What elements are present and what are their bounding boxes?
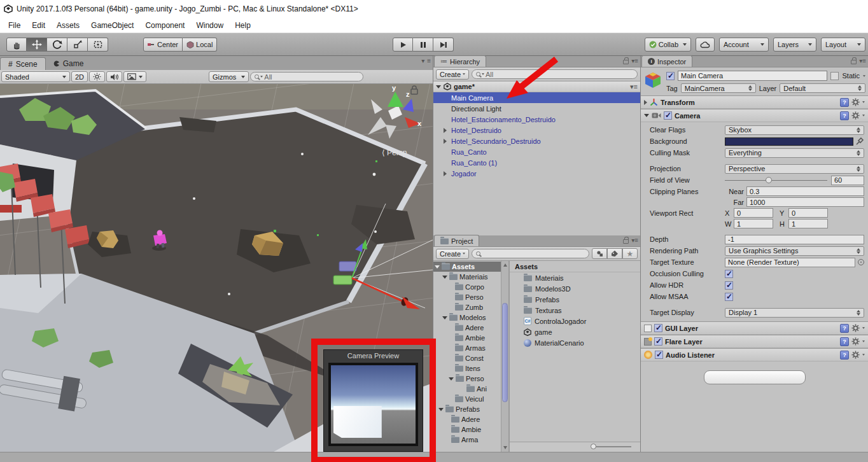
tree-item[interactable]: Const (433, 353, 501, 363)
hierarchy-item-rua-canto[interactable]: Rua_Canto (433, 146, 640, 157)
tree-item[interactable]: Ambie (433, 424, 501, 435)
tree-item-assets[interactable]: Assets (433, 262, 501, 272)
step-button[interactable] (433, 38, 454, 52)
foldout-arrow-icon[interactable] (644, 100, 647, 105)
2d-toggle-button[interactable]: 2D (71, 71, 88, 82)
foldout-arrow-icon[interactable] (644, 114, 649, 117)
lock-icon[interactable] (623, 239, 629, 244)
menu-help[interactable]: Help (229, 19, 256, 32)
pivot-center-button[interactable]: Center (143, 38, 183, 52)
tree-item[interactable]: Armas (433, 343, 501, 353)
far-clip-field[interactable]: 1000 (746, 197, 864, 207)
near-clip-field[interactable]: 0.3 (746, 186, 864, 196)
camera-component-header[interactable]: Camera ? (641, 109, 868, 122)
add-component-button[interactable] (704, 370, 806, 384)
scene-panel-menu[interactable]: ▾≡ (421, 57, 431, 64)
scene-root-menu[interactable]: ▾≡ (630, 83, 638, 91)
hierarchy-item-hotel-estacionamento[interactable]: Hotel_Estacionamento_Destruido (433, 114, 640, 125)
tree-item[interactable]: Modelos (433, 312, 501, 323)
layout-dropdown[interactable]: Layout (821, 38, 865, 52)
project-search-input[interactable] (472, 249, 589, 258)
project-tree-scrollbar[interactable] (501, 261, 509, 452)
fov-value-field[interactable]: 60 (831, 176, 864, 185)
project-create-button[interactable]: Create (436, 249, 469, 259)
name-field[interactable]: Main Camera (678, 71, 827, 81)
move-tool-button[interactable] (27, 38, 47, 52)
help-icon[interactable]: ? (840, 324, 849, 333)
flare-layer-component-header[interactable]: Flare Layer ? (641, 335, 868, 348)
gui-layer-component-header[interactable]: GUI Layer ? (641, 321, 868, 335)
gear-icon[interactable] (851, 98, 860, 106)
pause-button[interactable] (413, 38, 433, 52)
tag-dropdown[interactable]: MainCamera (681, 83, 756, 93)
scene-viewport[interactable]: y z x ⟨ Persp Camera Preview (0, 84, 433, 452)
audio-listener-component-header[interactable]: Audio Listener ? (641, 348, 868, 361)
expand-arrow-icon[interactable] (444, 171, 447, 176)
search-by-type-button[interactable] (592, 248, 607, 259)
tree-item[interactable]: Adere (433, 323, 501, 333)
menu-file[interactable]: File (3, 19, 26, 32)
active-checkbox[interactable] (666, 72, 675, 80)
gear-icon[interactable] (851, 111, 860, 120)
menu-window[interactable]: Window (190, 19, 229, 32)
hand-tool-button[interactable] (6, 38, 27, 52)
flare-layer-checkbox[interactable] (654, 337, 662, 346)
occlusion-culling-checkbox[interactable] (725, 270, 733, 278)
tab-project[interactable]: Project (434, 235, 479, 246)
scene-audio-button[interactable] (106, 71, 122, 82)
static-checkbox[interactable] (830, 72, 839, 80)
hierarchy-create-button[interactable]: Create (436, 69, 469, 80)
gear-icon[interactable] (851, 351, 860, 359)
collab-button[interactable]: Collab (645, 38, 691, 52)
hierarchy-search-input[interactable]: All (472, 69, 638, 79)
tab-inspector[interactable]: iInspector (641, 55, 692, 67)
audio-listener-checkbox[interactable] (655, 351, 663, 359)
layers-dropdown[interactable]: Layers (773, 38, 816, 52)
tree-item[interactable]: Ambie (433, 333, 501, 343)
file-item-controlajogador[interactable]: C#ControlaJogador (510, 316, 640, 326)
file-item-modelos3d[interactable]: Modelos3D (510, 283, 640, 294)
scene-effects-dropdown[interactable] (123, 71, 146, 82)
expand-arrow-icon[interactable] (444, 139, 447, 144)
tab-game[interactable]: Game (46, 57, 92, 70)
allow-msaa-checkbox[interactable] (725, 293, 733, 301)
transform-component-header[interactable]: Transform ? (641, 95, 868, 109)
slider-knob[interactable] (591, 444, 596, 449)
thumbnail-size-slider[interactable] (592, 446, 631, 447)
menu-gameobject[interactable]: GameObject (85, 19, 139, 32)
tab-scene[interactable]: #Scene (0, 57, 46, 70)
tree-item[interactable]: Veicul (433, 394, 501, 404)
tree-item[interactable]: Zumb (433, 302, 501, 312)
gizmos-dropdown[interactable]: Gizmos (209, 71, 249, 82)
target-display-dropdown[interactable]: Display 1 (725, 308, 864, 318)
scene-search-input[interactable]: All (250, 72, 363, 81)
menu-edit[interactable]: Edit (26, 19, 51, 32)
gui-layer-checkbox[interactable] (654, 324, 662, 332)
static-dropdown-caret[interactable] (863, 75, 865, 77)
expand-arrow-icon[interactable] (444, 128, 447, 133)
scene-lighting-button[interactable] (89, 71, 105, 82)
viewport-x-field[interactable]: 0 (734, 208, 773, 218)
lock-icon[interactable] (851, 60, 857, 64)
file-item-materialcenario[interactable]: MaterialCenario (510, 337, 640, 348)
hierarchy-panel-menu[interactable]: ▾≡ (631, 57, 638, 64)
rendering-path-dropdown[interactable]: Use Graphics Settings (725, 246, 864, 256)
clear-flags-dropdown[interactable]: Skybox (725, 125, 864, 135)
viewport-h-field[interactable]: 1 (788, 219, 828, 228)
foldout-arrow-icon[interactable] (436, 85, 441, 88)
lock-icon[interactable] (623, 60, 629, 64)
hierarchy-item-main-camera[interactable]: Main Camera (433, 92, 640, 103)
camera-enabled-checkbox[interactable] (664, 111, 672, 120)
pivot-local-button[interactable]: Local (183, 38, 217, 52)
target-texture-field[interactable]: None (Render Texture) (725, 258, 855, 267)
allow-hdr-checkbox[interactable] (725, 281, 733, 290)
tree-item[interactable]: Itens (433, 363, 501, 374)
help-icon[interactable]: ? (840, 351, 849, 360)
hierarchy-item-directional-light[interactable]: Directional Light (433, 103, 640, 114)
gear-icon[interactable] (851, 324, 860, 332)
tree-item[interactable]: Adere (433, 414, 501, 424)
search-by-label-button[interactable] (607, 248, 622, 259)
tree-item[interactable]: Prefabs (433, 404, 501, 414)
hierarchy-item-hotel-secundario[interactable]: Hotel_Secundario_Destruido (433, 136, 640, 146)
help-icon[interactable]: ? (840, 98, 849, 107)
